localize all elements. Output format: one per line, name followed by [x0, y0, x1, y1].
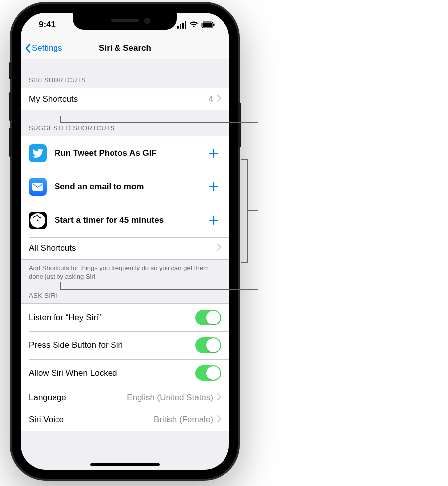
shortcut-label: Send an email to mom	[55, 182, 206, 192]
shortcut-label: Start a timer for 45 minutes	[55, 216, 206, 225]
chevron-left-icon	[25, 43, 31, 53]
wifi-icon	[189, 21, 198, 28]
svg-rect-1	[203, 23, 212, 27]
section-header-siri-shortcuts: SIRI SHORTCUTS	[21, 59, 229, 88]
clock-icon	[29, 212, 47, 229]
iphone-frame: 9:41 Settings Siri & Search	[12, 4, 238, 479]
chevron-right-icon	[217, 94, 221, 104]
svg-rect-3	[32, 183, 43, 191]
callout-line	[247, 210, 258, 211]
row-label: Siri Voice	[29, 415, 154, 425]
row-language[interactable]: Language English (United States)	[21, 387, 229, 409]
nav-bar: Settings Siri & Search	[21, 37, 229, 59]
volume-up-button	[9, 92, 12, 121]
plus-icon	[208, 215, 219, 226]
chevron-right-icon	[217, 393, 221, 403]
section-footer-suggested: Add Shortcuts for things you frequently …	[21, 260, 229, 283]
section-header-ask-siri: ASK SIRI	[21, 283, 229, 303]
callout-bracket	[241, 262, 248, 263]
toggle-switch[interactable]	[195, 310, 221, 325]
row-siri-voice[interactable]: Siri Voice British (Female)	[21, 409, 229, 431]
mute-switch	[9, 62, 12, 79]
twitter-icon	[29, 144, 47, 162]
home-indicator	[90, 463, 160, 466]
row-value: English (United States)	[127, 393, 213, 403]
suggested-shortcut-row[interactable]: Run Tweet Photos As GIF	[21, 136, 229, 170]
callout-line	[60, 289, 258, 290]
callout-line	[60, 282, 61, 289]
row-label: Allow Siri When Locked	[29, 368, 195, 378]
suggested-shortcut-row[interactable]: Start a timer for 45 minutes	[21, 204, 229, 237]
status-time: 9:41	[39, 20, 56, 30]
callout-bracket	[241, 159, 248, 160]
battery-icon	[201, 21, 215, 28]
row-allow-locked[interactable]: Allow Siri When Locked	[21, 359, 229, 387]
toggle-switch[interactable]	[195, 337, 221, 353]
chevron-right-icon	[217, 415, 221, 425]
add-shortcut-button[interactable]	[206, 179, 221, 194]
row-label: Listen for “Hey Siri”	[29, 313, 195, 323]
row-my-shortcuts[interactable]: My Shortcuts 4	[21, 88, 229, 110]
page-title: Siri & Search	[99, 43, 151, 53]
plus-icon	[208, 148, 219, 159]
suggested-shortcut-row[interactable]: Send an email to mom	[21, 170, 229, 204]
content[interactable]: SIRI SHORTCUTS My Shortcuts 4 SUGGESTED …	[21, 59, 229, 470]
signal-icon	[177, 21, 186, 29]
row-label: Language	[29, 393, 127, 403]
add-shortcut-button[interactable]	[206, 146, 221, 161]
row-label: My Shortcuts	[29, 94, 209, 104]
row-label: All Shortcuts	[29, 243, 217, 253]
back-label: Settings	[32, 43, 62, 53]
toggle-switch[interactable]	[195, 365, 221, 381]
shortcut-label: Run Tweet Photos As GIF	[55, 148, 206, 158]
notch	[73, 13, 177, 30]
callout-line	[60, 122, 258, 123]
row-all-shortcuts[interactable]: All Shortcuts	[21, 237, 229, 259]
volume-down-button	[9, 128, 12, 157]
plus-icon	[208, 181, 219, 192]
mail-icon	[29, 178, 47, 196]
row-side-button-siri[interactable]: Press Side Button for Siri	[21, 331, 229, 359]
row-hey-siri[interactable]: Listen for “Hey Siri”	[21, 304, 229, 331]
row-label: Press Side Button for Siri	[29, 340, 195, 350]
screen: 9:41 Settings Siri & Search	[21, 13, 229, 470]
row-value: 4	[209, 94, 213, 104]
callout-line	[60, 116, 61, 123]
row-value: British (Female)	[154, 415, 213, 425]
add-shortcut-button[interactable]	[206, 213, 221, 228]
back-button[interactable]: Settings	[21, 43, 62, 53]
side-button	[238, 102, 241, 148]
svg-rect-2	[213, 24, 215, 26]
chevron-right-icon	[217, 243, 221, 253]
